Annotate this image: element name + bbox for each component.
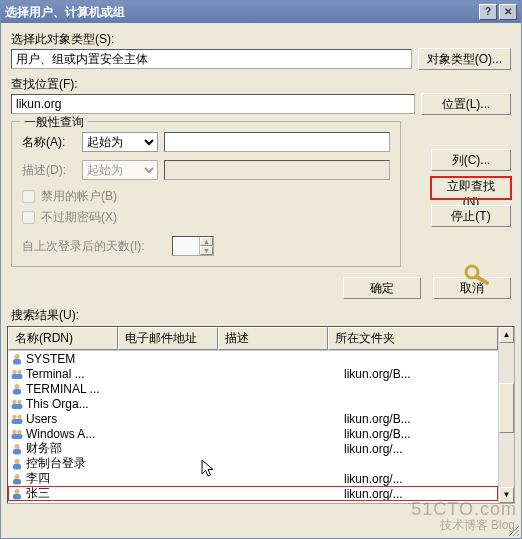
general-query-legend: 一般性查询 [20,114,88,131]
magnifier-icon [463,263,493,285]
svg-rect-21 [13,464,21,470]
svg-rect-17 [12,434,23,439]
group-icon [10,397,24,411]
days-row: 自上次登录后的天数(I): ▲▼ [22,236,390,256]
svg-rect-3 [13,359,21,365]
results-list: 名称(RDN) 电子邮件地址 描述 所在文件夹 SYSTEMTerminal .… [7,326,515,504]
table-row[interactable]: 张三likun.org/... [8,486,498,501]
user-icon [10,382,24,396]
titlebar: 选择用户、计算机或组 ? ✕ [1,1,521,23]
table-row[interactable]: Userslikun.org/B... [8,411,498,426]
group-icon [10,412,24,426]
svg-point-24 [14,488,19,493]
dialog-buttons: 确定 取消 [1,271,521,305]
name-label: 名称(A): [22,134,82,151]
table-row[interactable]: SYSTEM [8,351,498,366]
general-query-fieldset: 一般性查询 名称(A): 起始为 描述(D): 起始为 禁用的帐户(B) 不过期… [11,121,401,267]
group-icon [10,427,24,441]
right-button-column: 列(C)... 立即查找(N) 停止(T) [431,149,511,227]
col-folder[interactable]: 所在文件夹 [328,327,498,350]
user-icon [10,442,24,456]
table-row[interactable]: This Orga... [8,396,498,411]
group-icon [10,367,24,381]
object-types-button[interactable]: 对象类型(O)... [418,48,511,70]
row-folder: likun.org/... [344,442,498,456]
watermark-small: 技术博客 Blog [440,517,515,534]
row-folder: likun.org/B... [344,367,498,381]
svg-line-28 [517,534,519,536]
row-name: This Orga... [26,397,134,411]
columns-button[interactable]: 列(C)... [431,149,511,171]
disabled-accounts-label: 禁用的帐户(B) [41,188,117,205]
locations-button[interactable]: 位置(L)... [421,93,511,115]
table-row[interactable]: 财务部likun.org/... [8,441,498,456]
disabled-accounts-checkbox [22,190,35,203]
row-folder: likun.org/B... [344,412,498,426]
days-label: 自上次登录后的天数(I): [22,238,172,255]
col-desc[interactable]: 描述 [218,327,328,350]
object-type-field[interactable] [11,49,412,69]
svg-rect-25 [13,494,21,500]
row-name: SYSTEM [26,352,134,366]
scroll-down[interactable]: ▼ [499,487,514,503]
svg-point-2 [14,353,19,358]
table-row[interactable]: Terminal ...likun.org/B... [8,366,498,381]
desc-op-select: 起始为 [82,160,158,180]
user-icon [10,352,24,366]
row-name: Users [26,412,134,426]
col-email[interactable]: 电子邮件地址 [118,327,218,350]
spin-down: ▼ [200,246,213,255]
list-body[interactable]: 名称(RDN) 电子邮件地址 描述 所在文件夹 SYSTEMTerminal .… [8,327,498,503]
table-row[interactable]: Windows A...likun.org/B... [8,426,498,441]
days-input [173,237,199,255]
svg-point-13 [17,414,21,418]
close-button[interactable]: ✕ [499,4,517,20]
user-icon [10,472,24,486]
table-row[interactable]: 李四likun.org/... [8,471,498,486]
name-op-select[interactable]: 起始为 [82,132,158,152]
user-icon [10,457,24,471]
nonexpiring-check: 不过期密码(X) [22,209,390,226]
row-folder: likun.org/... [344,487,498,501]
find-now-button[interactable]: 立即查找(N) [431,177,511,199]
resize-grip[interactable] [506,523,520,537]
ok-button[interactable]: 确定 [343,277,421,299]
name-input[interactable] [164,132,390,152]
svg-point-7 [14,383,19,388]
help-button[interactable]: ? [479,4,497,20]
svg-point-20 [14,458,19,463]
desc-label: 描述(D): [22,162,82,179]
svg-rect-19 [13,449,21,455]
svg-point-10 [17,399,21,403]
row-name: Terminal ... [26,367,134,381]
svg-point-18 [14,443,19,448]
list-rows: SYSTEMTerminal ...likun.org/B...TERMINAL… [8,351,498,501]
spin-up: ▲ [200,237,213,246]
desc-row: 描述(D): 起始为 [22,160,390,180]
svg-point-22 [14,473,19,478]
scroll-up[interactable]: ▲ [499,327,514,343]
svg-rect-6 [12,374,23,379]
row-name: Windows A... [26,427,134,441]
scrollbar[interactable]: ▲ ▼ [498,327,514,503]
stop-button[interactable]: 停止(T) [431,205,511,227]
scroll-thumb[interactable] [499,383,514,433]
svg-point-12 [12,414,16,418]
dialog-window: 选择用户、计算机或组 ? ✕ 选择此对象类型(S): 对象类型(O)... 查找… [0,0,522,539]
nonexpiring-label: 不过期密码(X) [41,209,117,226]
list-header: 名称(RDN) 电子邮件地址 描述 所在文件夹 [8,327,498,351]
col-name[interactable]: 名称(RDN) [8,327,118,350]
name-row: 名称(A): 起始为 [22,132,390,152]
location-label: 查找位置(F): [11,77,78,91]
svg-point-9 [12,399,16,403]
table-row[interactable]: TERMINAL ... [8,381,498,396]
svg-rect-11 [12,404,23,409]
table-row[interactable]: 控制台登录 [8,456,498,471]
scroll-track[interactable] [499,343,514,487]
location-field[interactable] [11,94,415,114]
window-buttons: ? ✕ [479,4,517,20]
svg-point-4 [12,369,16,373]
row-folder: likun.org/B... [344,427,498,441]
svg-rect-23 [13,479,21,485]
nonexpiring-checkbox [22,211,35,224]
